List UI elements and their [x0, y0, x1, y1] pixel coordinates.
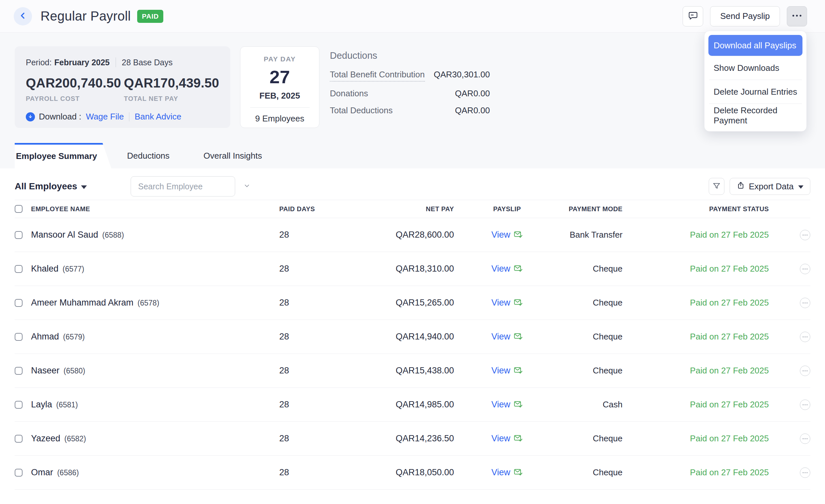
menu-item-show-downloads[interactable]: Show Downloads: [708, 56, 803, 80]
circle-ellipsis-icon: [802, 266, 808, 271]
envelope-check-icon: [514, 434, 523, 444]
view-payslip-link[interactable]: View: [491, 264, 510, 274]
employee-id: (6586): [57, 469, 79, 477]
row-more-actions-button[interactable]: [800, 332, 810, 342]
circle-ellipsis-icon: [802, 232, 808, 237]
menu-item-delete-recorded-payment[interactable]: Delete Recorded Payment: [708, 104, 803, 127]
row-more-actions-button[interactable]: [800, 264, 810, 274]
payday-month-year: FEB, 2025: [240, 91, 319, 101]
envelope-check-icon: [514, 230, 523, 240]
more-actions-button[interactable]: [787, 6, 807, 26]
payment-mode-value: Cheque: [539, 365, 622, 376]
menu-item-delete-journal-entries[interactable]: Delete Journal Entries: [708, 80, 803, 103]
view-payslip-link[interactable]: View: [491, 332, 510, 342]
circle-ellipsis-icon: [802, 436, 808, 441]
payment-mode-value: Cheque: [539, 298, 622, 308]
employee-id: (6578): [138, 299, 159, 307]
payment-status-value: Paid on 27 Feb 2025: [622, 400, 769, 410]
net-pay-value: QAR18,310.00: [338, 264, 454, 274]
total-deductions-value: QAR0.00: [455, 105, 490, 115]
tab-deductions[interactable]: Deductions: [115, 143, 181, 168]
view-payslip-link[interactable]: View: [491, 468, 510, 478]
table-row: Yazeed (6582) 28 QAR14,236.50 View Chequ…: [15, 422, 810, 456]
employee-name[interactable]: Omar: [31, 468, 53, 477]
donations-label: Donations: [330, 88, 368, 99]
payment-status-value: Paid on 27 Feb 2025: [622, 433, 769, 444]
table-row: Khaled (6577) 28 QAR18,310.00 View Chequ…: [15, 252, 810, 286]
funnel-icon: [712, 182, 721, 191]
tab-employee-summary[interactable]: Employee Summary: [15, 143, 111, 168]
net-pay-value: QAR14,236.50: [338, 433, 454, 444]
row-checkbox[interactable]: [15, 469, 22, 477]
circle-ellipsis-icon: [802, 470, 808, 475]
row-checkbox[interactable]: [15, 401, 22, 409]
payday-card: PAY DAY 27 FEB, 2025 9 Employees: [240, 47, 319, 128]
export-data-button[interactable]: Export Data: [730, 178, 810, 195]
row-checkbox[interactable]: [15, 231, 22, 239]
circle-ellipsis-icon: [802, 334, 808, 339]
employee-filter-dropdown[interactable]: All Employees: [15, 181, 87, 192]
envelope-check-icon: [514, 264, 523, 274]
table-row: Ahmad (6579) 28 QAR14,940.00 View Cheque…: [15, 320, 810, 354]
view-payslip-link[interactable]: View: [491, 365, 510, 376]
tab-overall-insights[interactable]: Overall Insights: [192, 143, 274, 168]
view-payslip-link[interactable]: View: [491, 400, 510, 410]
payday-label: PAY DAY: [240, 55, 319, 63]
employee-name[interactable]: Mansoor Al Saud: [31, 230, 98, 240]
send-payslip-button[interactable]: Send Payslip: [710, 6, 780, 26]
row-checkbox[interactable]: [15, 265, 22, 273]
bank-advice-link[interactable]: Bank Advice: [135, 112, 181, 122]
view-payslip-link[interactable]: View: [491, 230, 510, 240]
filter-button[interactable]: [709, 178, 725, 195]
row-checkbox[interactable]: [15, 367, 22, 375]
row-more-actions-button[interactable]: [800, 468, 810, 478]
envelope-check-icon: [514, 400, 523, 410]
row-more-actions-button[interactable]: [800, 400, 810, 410]
export-label: Export Data: [749, 181, 794, 192]
total-benefit-contribution-label[interactable]: Total Benefit Contribution: [330, 70, 425, 82]
wage-file-link[interactable]: Wage File: [86, 112, 124, 122]
caret-down-icon: [81, 185, 87, 189]
employee-name[interactable]: Khaled: [31, 264, 59, 273]
employee-name[interactable]: Layla: [31, 400, 52, 409]
more-actions-menu: Download all Payslips Show Downloads Del…: [704, 31, 807, 132]
back-button[interactable]: [14, 7, 32, 25]
employee-name[interactable]: Ahmad: [31, 332, 59, 341]
employee-name[interactable]: Naseer: [31, 365, 60, 375]
comments-button[interactable]: [683, 6, 703, 26]
payment-mode-value: Cheque: [539, 332, 622, 342]
payroll-summary-card: Period: February 2025 28 Base Days QAR20…: [15, 47, 230, 128]
paid-days-value: 28: [279, 230, 338, 240]
employee-id: (6579): [63, 333, 85, 341]
download-icon: [26, 112, 35, 121]
divider: [129, 112, 129, 121]
net-pay-value: QAR14,985.00: [338, 400, 454, 410]
row-checkbox[interactable]: [15, 299, 22, 307]
search-employee-combobox[interactable]: [131, 176, 235, 196]
row-checkbox[interactable]: [15, 435, 22, 443]
paid-days-value: 28: [279, 298, 338, 308]
row-checkbox[interactable]: [15, 333, 22, 341]
select-all-checkbox[interactable]: [15, 205, 22, 213]
menu-item-download-all-payslips[interactable]: Download all Payslips: [708, 35, 803, 56]
row-more-actions-button[interactable]: [800, 298, 810, 308]
employee-name[interactable]: Ameer Muhammad Akram: [31, 298, 134, 308]
net-pay-value: QAR15,438.00: [338, 365, 454, 376]
view-payslip-link[interactable]: View: [491, 298, 510, 308]
view-payslip-link[interactable]: View: [491, 433, 510, 444]
employee-id: (6582): [64, 434, 86, 443]
row-more-actions-button[interactable]: [800, 230, 810, 240]
download-label: Download :: [39, 112, 81, 122]
total-benefit-contribution-value: QAR30,301.00: [434, 70, 490, 80]
payment-mode-value: Cheque: [539, 433, 622, 444]
payment-mode-value: Bank Transfer: [539, 230, 622, 240]
employee-id: (6580): [64, 366, 85, 375]
row-more-actions-button[interactable]: [800, 433, 810, 444]
employee-name[interactable]: Yazeed: [31, 433, 60, 443]
col-paid-days: PAID DAYS: [279, 205, 338, 213]
search-employee-input[interactable]: [138, 182, 243, 191]
col-employee-name: EMPLOYEE NAME: [31, 205, 279, 213]
payment-status-value: Paid on 27 Feb 2025: [622, 264, 769, 274]
circle-ellipsis-icon: [802, 300, 808, 305]
row-more-actions-button[interactable]: [800, 365, 810, 376]
